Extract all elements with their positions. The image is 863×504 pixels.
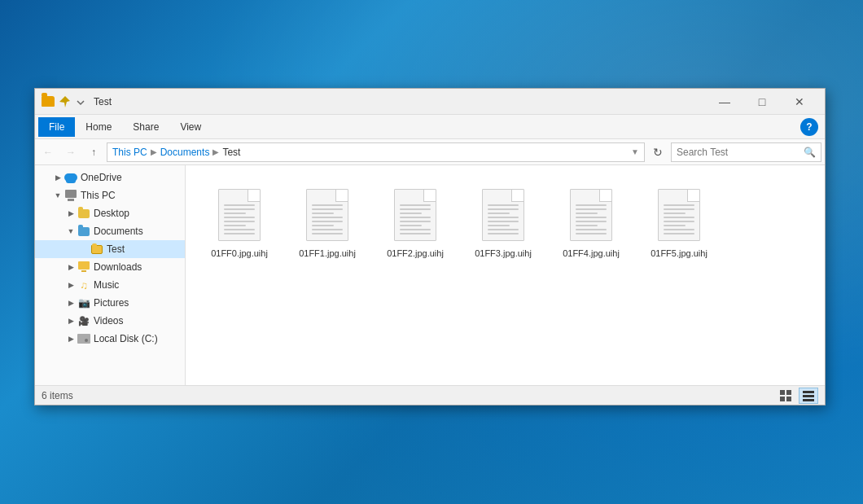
- sidebar-item-thispc[interactable]: This PC: [35, 186, 185, 204]
- file-label-2: 01FF2.jpg.uihj: [387, 248, 444, 259]
- menu-tab-share[interactable]: Share: [122, 117, 169, 137]
- expand-arrow-desktop[interactable]: [64, 207, 77, 220]
- sidebar-item-onedrive[interactable]: OneDrive: [35, 169, 185, 186]
- sidebar-item-desktop[interactable]: Desktop: [35, 204, 185, 222]
- svg-rect-1: [81, 270, 86, 272]
- sidebar-label-pictures: Pictures: [94, 297, 129, 309]
- sidebar-label-music: Music: [94, 279, 119, 291]
- svg-rect-4: [780, 397, 785, 401]
- music-icon: ♫: [77, 278, 90, 291]
- file-label-3: 01FF3.jpg.uihj: [475, 248, 532, 259]
- file-area: 01FF0.jpg.uihj: [186, 165, 825, 385]
- breadcrumb-thispc[interactable]: This PC: [112, 147, 147, 158]
- forward-button[interactable]: →: [61, 142, 81, 162]
- file-icon-4: [567, 186, 615, 244]
- explorer-window: Test — □ ✕ File Home Share View ? ← → ↑ …: [34, 88, 826, 405]
- onedrive-icon: [64, 171, 77, 184]
- thispc-icon: [64, 189, 77, 202]
- expand-arrow-videos[interactable]: [64, 314, 77, 327]
- breadcrumb[interactable]: This PC ▶ Documents ▶ Test ▼: [107, 142, 645, 162]
- address-bar: ← → ↑ This PC ▶ Documents ▶ Test ▼ ↻ 🔍: [35, 139, 825, 165]
- expand-arrow-downloads[interactable]: [64, 261, 77, 274]
- sidebar-item-music[interactable]: ♫ Music: [35, 276, 185, 294]
- file-item-2[interactable]: 01FF2.jpg.uihj: [375, 178, 456, 266]
- grid-view-button[interactable]: [776, 388, 795, 404]
- search-box: 🔍: [671, 142, 821, 162]
- sidebar-label-test: Test: [107, 243, 125, 255]
- svg-rect-0: [78, 261, 90, 270]
- list-view-button[interactable]: [799, 388, 818, 404]
- file-icon-0: [215, 186, 264, 244]
- expand-arrow-documents[interactable]: [64, 225, 77, 238]
- menu-bar: File Home Share View ?: [35, 115, 825, 139]
- search-input[interactable]: [677, 147, 800, 158]
- breadcrumb-documents[interactable]: Documents: [160, 147, 210, 158]
- window-title: Test: [94, 96, 706, 107]
- sidebar-item-test[interactable]: Test: [35, 240, 185, 258]
- sidebar-label-documents: Documents: [94, 226, 143, 237]
- documents-icon: [77, 225, 90, 238]
- item-count: 6 items: [42, 390, 73, 401]
- file-label-5: 01FF5.jpg.uihj: [651, 248, 707, 259]
- file-icon-2: [391, 186, 440, 244]
- status-bar: 6 items: [35, 385, 825, 405]
- breadcrumb-dropdown[interactable]: ▼: [631, 147, 639, 156]
- desktop-icon: [77, 207, 90, 220]
- videos-icon: 🎥: [77, 314, 90, 327]
- file-item-1[interactable]: 01FF1.jpg.uihj: [287, 178, 368, 266]
- file-label-4: 01FF4.jpg.uihj: [563, 248, 620, 259]
- file-icon-1: [303, 186, 352, 244]
- file-label-0: 01FF0.jpg.uihj: [211, 248, 268, 259]
- file-item-0[interactable]: 01FF0.jpg.uihj: [199, 178, 280, 266]
- file-icon-5: [655, 186, 703, 244]
- menu-tab-view[interactable]: View: [169, 117, 212, 137]
- sidebar-label-localdisk: Local Disk (C:): [94, 333, 158, 344]
- breadcrumb-sep-2: ▶: [212, 147, 219, 156]
- file-item-4[interactable]: 01FF4.jpg.uihj: [550, 178, 632, 266]
- view-controls: [776, 388, 818, 404]
- search-icon[interactable]: 🔍: [804, 147, 816, 158]
- main-content: OneDrive This PC Desktop: [35, 165, 825, 385]
- sidebar-label-videos: Videos: [94, 315, 123, 327]
- up-button[interactable]: ↑: [84, 142, 103, 162]
- refresh-button[interactable]: ↻: [648, 142, 668, 162]
- sidebar-item-downloads[interactable]: Downloads: [35, 258, 185, 276]
- title-bar-icons: [42, 95, 87, 108]
- file-label-1: 01FF1.jpg.uihj: [299, 248, 356, 259]
- sidebar-item-documents[interactable]: Documents: [35, 222, 185, 240]
- localdisk-icon: [77, 332, 90, 345]
- sidebar-label-desktop: Desktop: [94, 208, 129, 219]
- file-item-3[interactable]: 01FF3.jpg.uihj: [462, 178, 544, 266]
- maximize-button[interactable]: □: [743, 89, 781, 115]
- svg-rect-3: [786, 390, 791, 395]
- expand-arrow-pictures[interactable]: [64, 296, 77, 309]
- svg-rect-7: [803, 395, 814, 397]
- arrow-icon-title-bar: [74, 95, 87, 108]
- window-controls: — □ ✕: [706, 89, 818, 115]
- menu-tab-file[interactable]: File: [38, 117, 75, 137]
- breadcrumb-sep-1: ▶: [151, 147, 157, 156]
- expand-arrow-onedrive[interactable]: [51, 171, 64, 184]
- file-icon-3: [479, 186, 528, 244]
- breadcrumb-test: Test: [222, 147, 240, 158]
- sidebar-label-onedrive: OneDrive: [81, 172, 122, 183]
- folder-icon-title-bar: [42, 95, 55, 108]
- expand-arrow-localdisk[interactable]: [64, 332, 77, 345]
- sidebar-item-pictures[interactable]: 📷 Pictures: [35, 294, 185, 312]
- sidebar-label-thispc: This PC: [81, 190, 116, 201]
- title-bar: Test — □ ✕: [35, 89, 825, 115]
- sidebar-item-localdisk[interactable]: Local Disk (C:): [35, 330, 185, 348]
- expand-arrow-music[interactable]: [64, 278, 77, 291]
- help-button[interactable]: ?: [800, 118, 818, 136]
- test-icon: [90, 243, 103, 256]
- menu-tab-home[interactable]: Home: [75, 117, 122, 137]
- back-button[interactable]: ←: [38, 142, 58, 162]
- expand-arrow-thispc[interactable]: [51, 189, 64, 202]
- close-button[interactable]: ✕: [781, 89, 818, 115]
- minimize-button[interactable]: —: [706, 89, 743, 115]
- pictures-icon: 📷: [77, 296, 90, 309]
- svg-rect-6: [803, 391, 814, 393]
- file-item-5[interactable]: 01FF5.jpg.uihj: [638, 178, 720, 266]
- sidebar: OneDrive This PC Desktop: [35, 165, 186, 385]
- sidebar-item-videos[interactable]: 🎥 Videos: [35, 312, 185, 330]
